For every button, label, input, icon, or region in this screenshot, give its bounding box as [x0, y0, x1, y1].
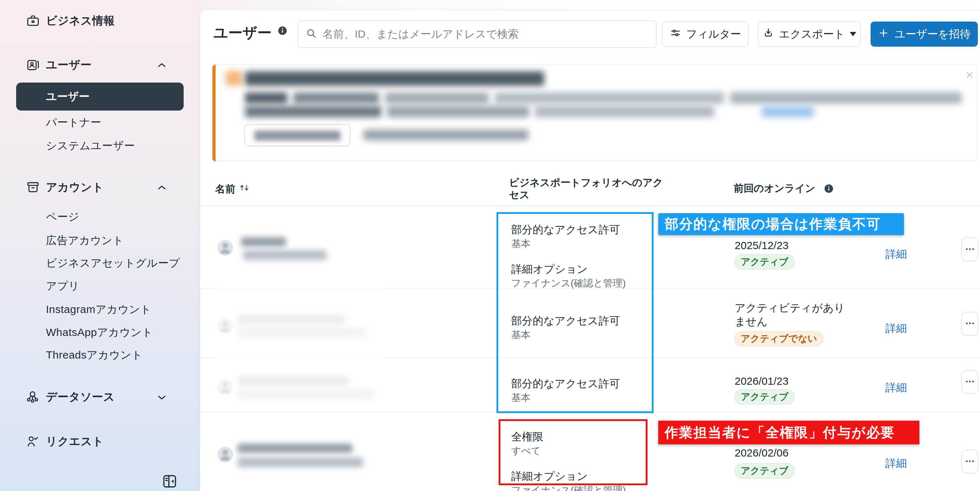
button-label-redacted: [255, 131, 340, 141]
sidebar-section-label: データソース: [46, 389, 115, 405]
column-header-last-online: 前回のオンライン: [733, 182, 834, 195]
access-cell: 全権限 すべて 詳細オプション ファイナンス(確認と管理): [511, 430, 669, 491]
banner-text-redacted: [245, 106, 381, 117]
ellipsis-icon: [964, 244, 975, 255]
main-content: ユーザー フィルター エクスポート ユー: [200, 10, 980, 491]
user-email-redacted: [237, 457, 363, 467]
sidebar-item-business-info[interactable]: ビジネス情報: [0, 13, 200, 29]
sidebar-section-label: ユーザー: [46, 57, 91, 72]
annotation-full-access: 作業担当者に「全権限」付与が必要: [658, 421, 920, 444]
name-column-blur-veil: [216, 285, 385, 412]
sidebar-section-data-sources[interactable]: データソース: [0, 389, 200, 405]
details-link[interactable]: 詳細: [885, 247, 907, 261]
page: ビジネス情報 ユーザー ユーザー パートナー システムユーザー アカウント: [0, 0, 980, 491]
sidebar-item-partners[interactable]: パートナー: [0, 114, 200, 131]
sidebar-item-label: ビジネス情報: [46, 13, 115, 28]
sidebar-section-users[interactable]: ユーザー: [0, 57, 200, 73]
sort-icon: [238, 182, 250, 196]
briefcase-icon: [26, 14, 40, 28]
page-title: ユーザー: [213, 23, 272, 43]
plus-icon: [878, 27, 889, 41]
invite-user-button[interactable]: ユーザーを招待: [870, 22, 978, 47]
sidebar-item-whatsapp-accounts[interactable]: WhatsAppアカウント: [0, 324, 200, 341]
archive-box-icon: [26, 180, 40, 194]
sidebar-section-requests[interactable]: リクエスト: [0, 433, 200, 450]
sidebar: ビジネス情報 ユーザー ユーザー パートナー システムユーザー アカウント: [0, 0, 200, 491]
sidebar-item-system-users[interactable]: システムユーザー: [0, 137, 200, 154]
export-label: エクスポート: [779, 27, 845, 41]
sidebar-item-users-selected[interactable]: ユーザー: [16, 83, 184, 110]
banner-text-redacted: [245, 92, 287, 104]
search-icon: [305, 27, 317, 41]
banner-text-redacted: [293, 92, 379, 104]
info-icon[interactable]: [278, 26, 287, 35]
user-name-redacted: [241, 237, 286, 247]
access-cell: 部分的なアクセス許可 基本: [511, 314, 669, 341]
more-options-button[interactable]: [961, 450, 978, 473]
banner-text-redacted: [363, 129, 528, 140]
status-badge: アクティブ: [735, 463, 795, 478]
caret-down-icon: [850, 32, 856, 36]
info-icon[interactable]: [824, 184, 834, 193]
last-online-cell: アクティビティがありません アクティブでない: [735, 301, 878, 346]
status-badge: アクティブ: [735, 389, 795, 405]
banner-accent-bar: [212, 65, 216, 161]
banner-action-button[interactable]: [244, 124, 350, 147]
user-search: [298, 21, 657, 48]
collapse-panel-icon: [161, 485, 178, 491]
avatar: [217, 446, 233, 462]
filter-label: フィルター: [686, 27, 741, 41]
sidebar-item-instagram-accounts[interactable]: Instagramアカウント: [0, 301, 200, 318]
user-name-redacted: [237, 444, 352, 453]
sidebar-section-label: アカウント: [46, 180, 103, 195]
column-header-access: ビジネスポートフォリオへのアクセス: [509, 177, 672, 201]
warning-icon-blurred: [226, 71, 242, 86]
details-link[interactable]: 詳細: [885, 321, 907, 336]
person-check-icon: [26, 434, 40, 449]
access-cell: 部分的なアクセス許可 基本 詳細オプション ファイナンス(確認と管理): [511, 223, 669, 289]
banner-text-redacted: [730, 92, 962, 104]
data-sources-icon: [26, 390, 40, 404]
export-button[interactable]: エクスポート: [758, 22, 861, 47]
banner-link-redacted[interactable]: [762, 106, 814, 117]
user-email-redacted: [243, 250, 326, 260]
sidebar-item-apps[interactable]: アプリ: [0, 278, 200, 294]
details-link[interactable]: 詳細: [885, 381, 907, 395]
sidebar-item-label: ユーザー: [46, 89, 89, 104]
notice-banner: [212, 65, 977, 161]
banner-text-redacted: [495, 92, 724, 104]
sidebar-item-business-asset-groups[interactable]: ビジネスアセットグループ: [0, 255, 200, 271]
more-options-button[interactable]: [961, 312, 978, 336]
annotation-partial-access: 部分的な権限の場合は作業負不可: [658, 213, 904, 235]
avatar: [217, 240, 233, 255]
banner-text-redacted: [385, 92, 489, 104]
details-link[interactable]: 詳細: [885, 456, 907, 471]
chevron-up-icon: [156, 182, 167, 193]
banner-text-redacted: [387, 106, 529, 117]
sidebar-item-threads-accounts[interactable]: Threadsアカウント: [0, 347, 200, 363]
sidebar-item-ad-accounts[interactable]: 広告アカウント: [0, 232, 200, 249]
sidebar-item-pages[interactable]: ページ: [0, 209, 200, 225]
last-online-cell: 2025/12/23 アクティブ: [735, 239, 878, 269]
filter-button[interactable]: フィルター: [662, 22, 749, 47]
ellipsis-icon: [964, 318, 975, 330]
column-header-name[interactable]: 名前: [215, 182, 250, 196]
close-icon[interactable]: [964, 70, 975, 80]
ellipsis-icon: [964, 376, 975, 388]
last-online-cell: 2026/02/06 アクティブ: [735, 446, 878, 478]
banner-text-redacted: [535, 106, 714, 117]
search-input[interactable]: [323, 28, 649, 40]
sidebar-section-accounts[interactable]: アカウント: [0, 179, 200, 196]
invite-label: ユーザーを招待: [894, 27, 970, 41]
id-card-icon: [26, 58, 40, 72]
more-options-button[interactable]: [961, 238, 978, 261]
collapse-sidebar-button[interactable]: [160, 472, 179, 491]
status-badge: アクティブ: [735, 255, 795, 269]
banner-title-redacted: [245, 72, 544, 86]
ellipsis-icon: [964, 456, 975, 468]
chevron-up-icon: [156, 60, 167, 71]
download-icon: [763, 27, 774, 41]
more-options-button[interactable]: [961, 370, 978, 394]
status-badge: アクティブでない: [735, 331, 823, 346]
sidebar-section-label: リクエスト: [46, 434, 103, 449]
